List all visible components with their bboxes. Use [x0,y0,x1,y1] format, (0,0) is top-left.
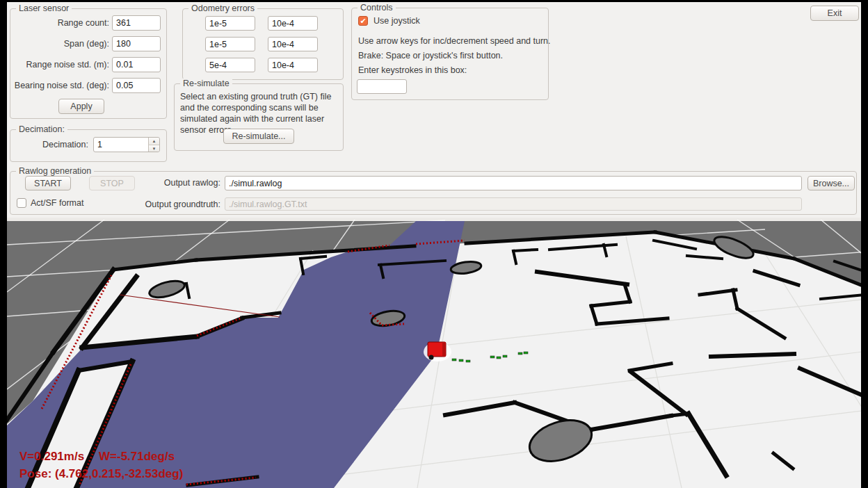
actsf-format-checkbox[interactable] [17,198,26,208]
output-groundtruth-label: Output groundtruth: [119,197,220,211]
odometry-errors-title: Odometry errors [188,3,257,13]
resimulate-group: Re-simulate Select an existing ground tr… [174,83,344,151]
span-label: Span (deg): [10,36,109,51]
exit-button[interactable]: Exit [810,6,859,21]
odom-error-input-10[interactable] [205,37,255,51]
decimation-label: Decimation: [10,137,88,152]
actsf-format-label: Act/SF format [31,198,83,208]
bearing-noise-label: Bearing noise std. (deg): [10,78,109,93]
controls-group: Controls ✔ Use joystick Use arrow keys f… [351,8,549,100]
robot [424,342,451,361]
odom-error-input-00[interactable] [205,16,255,31]
rawlog-generation-group: Rawlog generation START STOP Output rawl… [10,171,857,215]
velocity-status-text: V=0.291m/s [19,450,84,463]
range-noise-label: Range noise std. (m): [10,57,109,72]
range-count-label: Range count: [10,15,109,31]
resimulate-title: Re-simulate [180,79,232,88]
odom-error-input-20[interactable] [205,58,255,72]
laser-sensor-title: Laser sensor [16,3,72,13]
rawlog-generation-title: Rawlog generation [16,166,94,176]
pose-status-text: Pose: (4.762,0.215,-32.53deg) [19,467,183,480]
simulator-window: Exit Laser sensor Range count: Span (deg… [7,2,861,488]
decimation-title: Decimation: [16,124,67,134]
odom-error-input-21[interactable] [268,58,318,72]
decimation-group: Decimation: Decimation: ▲ ▼ [10,129,167,162]
bearing-noise-input[interactable] [112,78,161,93]
use-joystick-label: Use joystick [373,16,420,26]
range-count-input[interactable] [112,15,161,31]
stop-button[interactable]: STOP [89,176,135,190]
3d-scene[interactable]: V=0.291m/s W=-5.71deg/s Pose: (4.762,0.2… [7,218,861,488]
apply-button[interactable]: Apply [58,99,104,114]
output-groundtruth-input [225,197,802,211]
decimation-spin-down[interactable]: ▼ [148,145,159,152]
controls-help-line1: Use arrow keys for inc/decrement speed a… [358,36,551,46]
keystroke-input[interactable] [357,79,407,94]
browse-button[interactable]: Browse... [807,176,855,190]
laser-sensor-group: Laser sensor Range count: Span (deg): Ra… [10,8,167,119]
odom-error-input-11[interactable] [268,37,318,51]
controls-help-line2: Brake: Space or joystick's first button. [358,51,503,60]
odom-error-input-01[interactable] [268,16,318,31]
controls-title: Controls [357,3,396,13]
controls-help-line3: Enter keystrokes in this box: [358,65,467,75]
output-rawlog-input[interactable] [225,176,802,190]
use-joystick-checkbox[interactable]: ✔ [358,16,368,26]
start-button[interactable]: START [25,176,71,190]
odometry-errors-group: Odometry errors [182,8,344,80]
span-input[interactable] [112,36,161,51]
resimulate-button[interactable]: Re-simulate... [223,129,294,144]
decimation-spin-up[interactable]: ▲ [148,138,159,145]
range-noise-input[interactable] [112,57,161,72]
output-rawlog-label: Output rawlog: [133,176,220,190]
simulation-viewport[interactable]: V=0.291m/s W=-5.71deg/s Pose: (4.762,0.2… [7,218,861,488]
angular-velocity-status-text: W=-5.71deg/s [99,450,175,463]
